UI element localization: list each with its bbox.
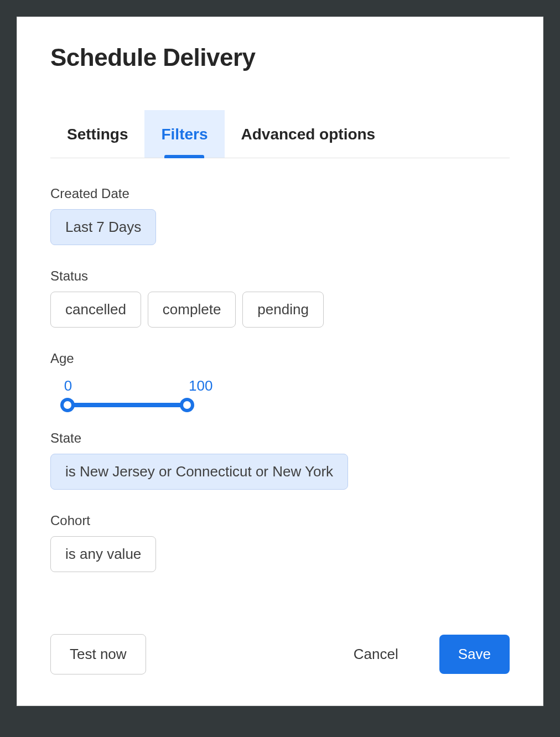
age-min-value: 0 (64, 377, 72, 395)
cancel-button[interactable]: Cancel (335, 635, 417, 674)
age-slider-bar (68, 403, 187, 407)
modal-title: Schedule Delivery (50, 44, 510, 71)
filter-state: State is New Jersey or Connecticut or Ne… (50, 430, 510, 490)
filter-label-cohort: Cohort (50, 513, 510, 528)
filter-cohort: Cohort is any value (50, 513, 510, 572)
chip-status-cancelled[interactable]: cancelled (50, 292, 141, 328)
tabs: Settings Filters Advanced options (50, 110, 510, 158)
tab-settings[interactable]: Settings (50, 110, 144, 158)
age-slider-thumb-max[interactable] (180, 398, 194, 412)
age-slider-thumb-min[interactable] (60, 398, 75, 412)
filter-label-age: Age (50, 351, 510, 366)
age-slider-track (60, 403, 201, 407)
filter-label-state: State (50, 430, 510, 446)
save-button[interactable]: Save (439, 635, 510, 674)
chip-state-value[interactable]: is New Jersey or Connecticut or New York (50, 454, 348, 490)
test-now-button[interactable]: Test now (50, 634, 146, 674)
tab-filters[interactable]: Filters (144, 110, 224, 158)
chip-status-pending[interactable]: pending (242, 292, 324, 328)
filter-status: Status cancelled complete pending (50, 268, 510, 328)
chip-status-complete[interactable]: complete (148, 292, 236, 328)
schedule-delivery-modal: Schedule Delivery Settings Filters Advan… (17, 17, 543, 706)
filter-created-date: Created Date Last 7 Days (50, 186, 510, 245)
filter-age: Age 0 100 (50, 351, 510, 407)
chip-cohort-value[interactable]: is any value (50, 536, 156, 572)
age-max-value: 100 (189, 377, 212, 395)
filter-label-status: Status (50, 268, 510, 284)
tab-advanced[interactable]: Advanced options (225, 110, 392, 158)
modal-footer: Test now Cancel Save (50, 634, 510, 674)
filter-label-created-date: Created Date (50, 186, 510, 201)
chip-created-date-value[interactable]: Last 7 Days (50, 209, 156, 245)
